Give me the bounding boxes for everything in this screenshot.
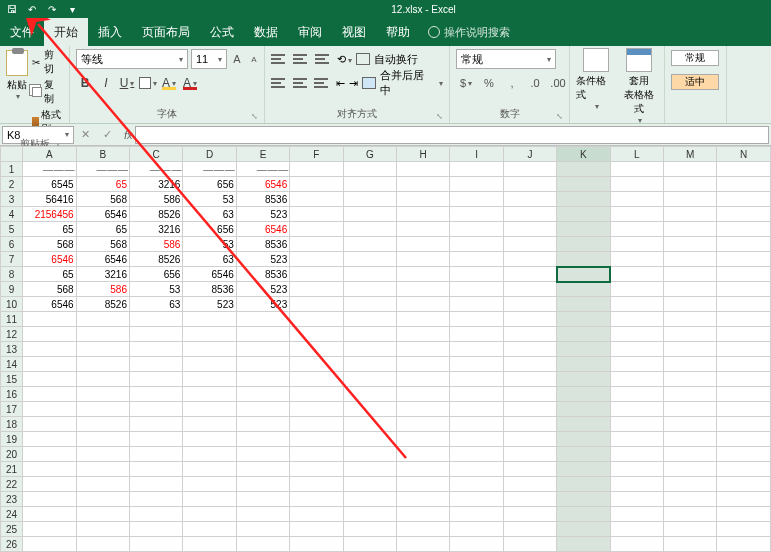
align-dialog-launcher[interactable]: ⤡ (436, 112, 443, 121)
cell-F24[interactable] (290, 507, 343, 522)
row-header-16[interactable]: 16 (1, 387, 23, 402)
cell-H7[interactable] (397, 252, 450, 267)
cell-G22[interactable] (343, 477, 396, 492)
col-header-F[interactable]: F (290, 147, 343, 162)
tab-file[interactable]: 文件 (0, 18, 44, 46)
cell-K15[interactable] (557, 372, 610, 387)
cell-K18[interactable] (557, 417, 610, 432)
col-header-N[interactable]: N (717, 147, 771, 162)
cell-B25[interactable] (76, 522, 129, 537)
cell-B14[interactable] (76, 357, 129, 372)
cell-B11[interactable] (76, 312, 129, 327)
cell-J17[interactable] (503, 402, 556, 417)
cell-M11[interactable] (664, 312, 717, 327)
cell-B5[interactable]: 65 (76, 222, 129, 237)
cell-C6[interactable]: 586 (129, 237, 182, 252)
cell-E3[interactable]: 8536 (236, 192, 289, 207)
cell-K1[interactable] (557, 162, 610, 177)
cell-N18[interactable] (717, 417, 771, 432)
cell-F25[interactable] (290, 522, 343, 537)
cell-style-good[interactable]: 适中 (671, 74, 719, 90)
cell-G13[interactable] (343, 342, 396, 357)
cell-D9[interactable]: 8536 (183, 282, 236, 297)
cell-I26[interactable] (450, 537, 503, 552)
cell-I12[interactable] (450, 327, 503, 342)
cell-B23[interactable] (76, 492, 129, 507)
cell-J8[interactable] (503, 267, 556, 282)
cell-F15[interactable] (290, 372, 343, 387)
cell-J25[interactable] (503, 522, 556, 537)
cell-J26[interactable] (503, 537, 556, 552)
cell-G17[interactable] (343, 402, 396, 417)
cell-N22[interactable] (717, 477, 771, 492)
cell-J5[interactable] (503, 222, 556, 237)
font-size-combo[interactable]: 11▾ (191, 49, 227, 69)
cell-G4[interactable] (343, 207, 396, 222)
cell-H14[interactable] (397, 357, 450, 372)
cell-L26[interactable] (610, 537, 663, 552)
cell-K7[interactable] (557, 252, 610, 267)
cell-J11[interactable] (503, 312, 556, 327)
cell-H12[interactable] (397, 327, 450, 342)
cell-H19[interactable] (397, 432, 450, 447)
cell-I18[interactable] (450, 417, 503, 432)
cell-G11[interactable] (343, 312, 396, 327)
col-header-D[interactable]: D (183, 147, 236, 162)
cell-C16[interactable] (129, 387, 182, 402)
decrease-decimal-button[interactable]: .00 (548, 74, 568, 92)
row-header-3[interactable]: 3 (1, 192, 23, 207)
cell-C18[interactable] (129, 417, 182, 432)
cell-K12[interactable] (557, 327, 610, 342)
cell-N5[interactable] (717, 222, 771, 237)
cell-F4[interactable] (290, 207, 343, 222)
cell-C23[interactable] (129, 492, 182, 507)
cell-A7[interactable]: 6546 (23, 252, 76, 267)
cell-I10[interactable] (450, 297, 503, 312)
cell-I8[interactable] (450, 267, 503, 282)
cell-N1[interactable] (717, 162, 771, 177)
cell-H15[interactable] (397, 372, 450, 387)
cell-K6[interactable] (557, 237, 610, 252)
cell-D16[interactable] (183, 387, 236, 402)
cell-G24[interactable] (343, 507, 396, 522)
italic-button[interactable]: I (97, 74, 115, 92)
cell-H22[interactable] (397, 477, 450, 492)
cell-H6[interactable] (397, 237, 450, 252)
increase-indent-button[interactable]: ⇥ (349, 77, 358, 90)
cell-K5[interactable] (557, 222, 610, 237)
cell-H2[interactable] (397, 177, 450, 192)
cell-M14[interactable] (664, 357, 717, 372)
cell-L4[interactable] (610, 207, 663, 222)
cell-K17[interactable] (557, 402, 610, 417)
cell-B2[interactable]: 65 (76, 177, 129, 192)
col-header-L[interactable]: L (610, 147, 663, 162)
cell-N12[interactable] (717, 327, 771, 342)
cell-K4[interactable] (557, 207, 610, 222)
cell-E19[interactable] (236, 432, 289, 447)
tab-home[interactable]: 开始 (44, 18, 88, 46)
cell-D21[interactable] (183, 462, 236, 477)
cell-I15[interactable] (450, 372, 503, 387)
cell-E8[interactable]: 8536 (236, 267, 289, 282)
cell-I20[interactable] (450, 447, 503, 462)
cell-B7[interactable]: 6546 (76, 252, 129, 267)
cell-B3[interactable]: 568 (76, 192, 129, 207)
cell-N11[interactable] (717, 312, 771, 327)
cell-N25[interactable] (717, 522, 771, 537)
cell-D5[interactable]: 656 (183, 222, 236, 237)
cell-C5[interactable]: 3216 (129, 222, 182, 237)
tab-view[interactable]: 视图 (332, 18, 376, 46)
cell-G10[interactable] (343, 297, 396, 312)
row-header-17[interactable]: 17 (1, 402, 23, 417)
cell-L9[interactable] (610, 282, 663, 297)
cell-M3[interactable] (664, 192, 717, 207)
cell-M26[interactable] (664, 537, 717, 552)
cell-H16[interactable] (397, 387, 450, 402)
cell-D4[interactable]: 63 (183, 207, 236, 222)
cell-H18[interactable] (397, 417, 450, 432)
cell-E13[interactable] (236, 342, 289, 357)
cell-C12[interactable] (129, 327, 182, 342)
cell-I21[interactable] (450, 462, 503, 477)
cell-M12[interactable] (664, 327, 717, 342)
cell-F26[interactable] (290, 537, 343, 552)
